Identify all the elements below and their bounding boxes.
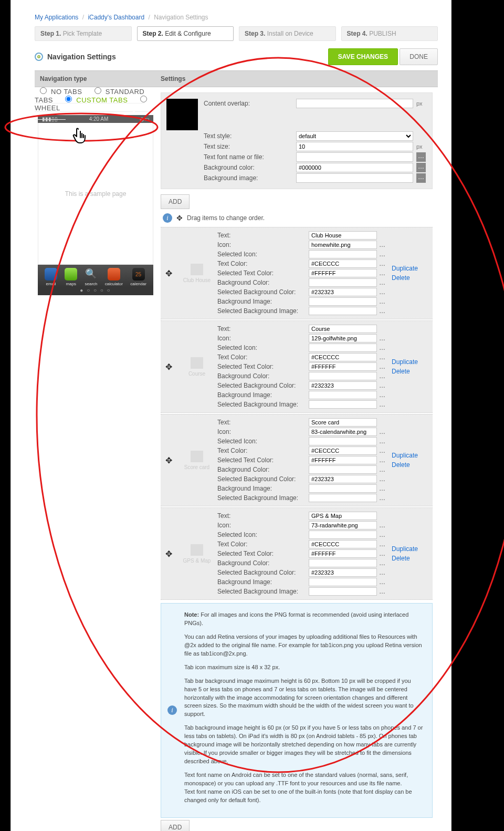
tab-0-sbi-browse[interactable]: …: [379, 307, 390, 315]
drag-handle[interactable]: ✥: [161, 549, 176, 559]
tab-1-text-input[interactable]: [309, 325, 377, 333]
bg-color-input[interactable]: [296, 163, 413, 172]
tab-2-sbi-input[interactable]: [309, 494, 377, 502]
tab-3-text-input[interactable]: [309, 512, 377, 520]
drag-handle[interactable]: ✥: [161, 268, 176, 278]
tab-0-bc-input[interactable]: [309, 278, 377, 287]
tab-3-stc-input[interactable]: [309, 549, 377, 558]
tab-0-sbi-input[interactable]: [309, 307, 377, 315]
tab-2-bc-input[interactable]: [309, 465, 377, 474]
tab-2-text-input[interactable]: [309, 418, 377, 427]
tab-3-stc-browse[interactable]: …: [379, 550, 390, 557]
delete-link[interactable]: Delete: [392, 368, 410, 375]
tab-0-sbc-input[interactable]: [309, 288, 377, 296]
tab-2-icon-browse[interactable]: …: [379, 428, 390, 435]
tab-2-bi-browse[interactable]: …: [379, 485, 390, 492]
drag-handle[interactable]: ✥: [161, 455, 176, 465]
delete-link[interactable]: Delete: [392, 461, 410, 469]
content-overlap-input[interactable]: [296, 99, 413, 108]
tab-3-bc-input[interactable]: [309, 559, 377, 567]
tab-0-sicon-browse[interactable]: …: [379, 251, 390, 258]
tab-1-icon-browse[interactable]: …: [379, 335, 390, 342]
tab-2-sbc-browse[interactable]: …: [379, 475, 390, 483]
add-button-bottom[interactable]: ADD: [161, 820, 190, 831]
tab-3-sicon-input[interactable]: [309, 531, 377, 539]
bg-image-input[interactable]: [296, 173, 413, 183]
tab-3-bi-input[interactable]: [309, 578, 377, 586]
tab-0-tc-input[interactable]: [309, 259, 377, 268]
add-button-top[interactable]: ADD: [161, 194, 190, 209]
drag-handle[interactable]: ✥: [161, 362, 176, 372]
tab-0-text-input[interactable]: [309, 231, 377, 240]
tab-0-tc-browse[interactable]: …: [379, 260, 390, 267]
delete-link[interactable]: Delete: [392, 555, 410, 562]
tab-1-sbc-browse[interactable]: …: [379, 382, 390, 389]
browse-font-button[interactable]: …: [416, 152, 426, 162]
tab-0-bc-browse[interactable]: …: [379, 279, 390, 286]
tab-3-tc-input[interactable]: [309, 540, 377, 548]
tab-2-sicon-input[interactable]: [309, 437, 377, 445]
browse-bgimage-button[interactable]: …: [416, 173, 426, 183]
navtype-custom-tabs[interactable]: CUSTOM TABS: [60, 89, 133, 112]
tab-3-bc-browse[interactable]: …: [379, 559, 390, 567]
step-3[interactable]: Step 3. Install on Device: [239, 26, 336, 41]
duplicate-link[interactable]: Duplicate: [392, 265, 418, 272]
text-font-input[interactable]: [296, 152, 413, 162]
tab-1-tc-input[interactable]: [309, 353, 377, 361]
tab-1-stc-browse[interactable]: …: [379, 363, 390, 370]
save-changes-button[interactable]: SAVE CHANGES: [328, 48, 398, 65]
step-2[interactable]: Step 2. Edit & Configure: [137, 26, 234, 41]
tab-3-sicon-browse[interactable]: …: [379, 531, 390, 538]
tab-2-stc-browse[interactable]: …: [379, 456, 390, 464]
text-size-input[interactable]: [296, 142, 413, 151]
tab-1-tc-browse[interactable]: …: [379, 354, 390, 361]
tab-0-icon-input[interactable]: [309, 241, 377, 249]
tab-0-stc-browse[interactable]: …: [379, 269, 390, 277]
pick-bgcolor-button[interactable]: …: [416, 163, 426, 172]
tab-0-sbc-browse[interactable]: …: [379, 288, 390, 296]
tab-1-stc-input[interactable]: [309, 362, 377, 371]
tab-1-sbi-browse[interactable]: …: [379, 401, 390, 408]
tab-3-sbc-input[interactable]: [309, 568, 377, 577]
tab-1-icon-input[interactable]: [309, 334, 377, 342]
tab-1-sicon-browse[interactable]: …: [379, 344, 390, 351]
breadcrumb-my-applications[interactable]: My Applications: [35, 14, 78, 21]
tab-0-icon-browse[interactable]: …: [379, 241, 390, 248]
tab-0-bi-browse[interactable]: …: [379, 298, 390, 305]
tab-2-icon-input[interactable]: [309, 428, 377, 436]
tab-2-sicon-browse[interactable]: …: [379, 438, 390, 445]
tab-2-bi-input[interactable]: [309, 484, 377, 493]
step-4[interactable]: Step 4. PUBLISH: [341, 26, 438, 41]
duplicate-link[interactable]: Duplicate: [392, 358, 418, 366]
tab-2-tc-browse[interactable]: …: [379, 447, 390, 454]
tab-0-sicon-input[interactable]: [309, 250, 377, 258]
tab-3-tc-browse[interactable]: …: [379, 541, 390, 548]
tab-3-sbi-browse[interactable]: …: [379, 588, 390, 595]
tab-3-icon-browse[interactable]: …: [379, 522, 390, 529]
breadcrumb-dashboard[interactable]: iCaddy's Dashboard: [88, 14, 144, 21]
tab-3-icon-input[interactable]: [309, 521, 377, 529]
tab-0-stc-input[interactable]: [309, 269, 377, 277]
tab-0-bi-input[interactable]: [309, 297, 377, 306]
tab-2-sbc-input[interactable]: [309, 475, 377, 483]
tab-1-sbi-input[interactable]: [309, 400, 377, 409]
tab-1-sicon-input[interactable]: [309, 344, 377, 352]
tab-3-sbc-browse[interactable]: …: [379, 569, 390, 576]
tab-2-tc-input[interactable]: [309, 446, 377, 455]
delete-link[interactable]: Delete: [392, 274, 410, 282]
tab-2-sbi-browse[interactable]: …: [379, 494, 390, 502]
tab-1-bi-browse[interactable]: …: [379, 391, 390, 399]
tab-3-sbi-input[interactable]: [309, 587, 377, 596]
duplicate-link[interactable]: Duplicate: [392, 452, 418, 459]
tab-1-bc-input[interactable]: [309, 372, 377, 380]
tab-2-stc-input[interactable]: [309, 456, 377, 464]
tab-2-bc-browse[interactable]: …: [379, 466, 390, 473]
tab-1-bc-browse[interactable]: …: [379, 372, 390, 380]
tab-1-sbc-input[interactable]: [309, 381, 377, 390]
step-1[interactable]: Step 1. Pick Template: [35, 26, 132, 41]
duplicate-link[interactable]: Duplicate: [392, 545, 418, 553]
done-button[interactable]: DONE: [400, 48, 438, 65]
tab-1-bi-input[interactable]: [309, 391, 377, 399]
text-style-select[interactable]: default: [296, 131, 413, 141]
tab-3-bi-browse[interactable]: …: [379, 578, 390, 586]
